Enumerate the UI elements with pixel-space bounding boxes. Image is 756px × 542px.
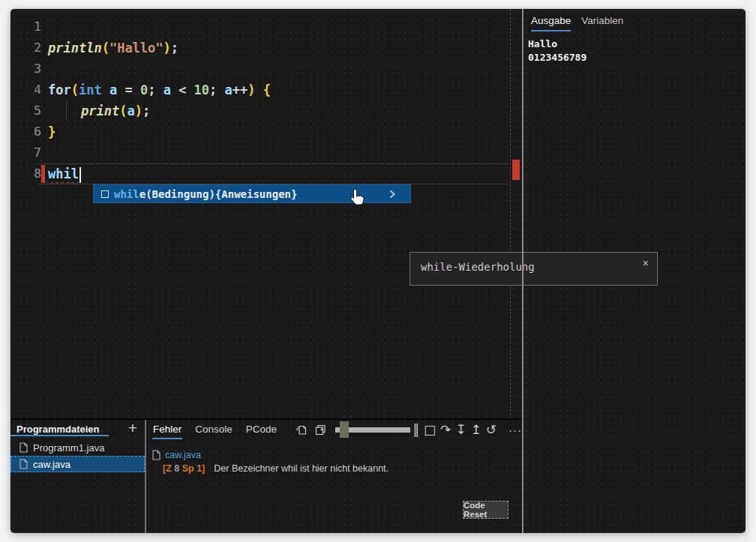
snippet-square-icon — [101, 190, 109, 198]
file-item[interactable]: caw.java — [10, 456, 145, 472]
line-number: 4 — [10, 79, 41, 100]
code-token: print — [81, 103, 119, 118]
code-token: { — [263, 82, 271, 97]
undo-page-icon[interactable] — [296, 424, 308, 436]
output-line: Hallo — [528, 37, 741, 51]
indent-guide — [48, 100, 81, 121]
code-token: ; — [209, 82, 224, 97]
code-editor[interactable]: 12println("Hallo");34for(int a = 0; a < … — [10, 9, 522, 419]
code-token: for — [48, 82, 71, 97]
code-text: whil — [48, 163, 81, 184]
stop-icon[interactable]: □ — [424, 421, 436, 438]
suggestion-label: while(Bedingung){Anweisungen} — [114, 188, 297, 200]
code-token: int — [79, 82, 102, 97]
editor-line[interactable]: 4for(int a = 0; a < 10; a++) { — [10, 79, 522, 100]
file-name: caw.java — [33, 459, 70, 470]
output-panel-tabs: AusgabeVariablen — [524, 9, 746, 31]
code-token: a — [127, 103, 134, 118]
editor-line[interactable]: 8whil — [10, 163, 522, 184]
copy-page-icon[interactable] — [314, 424, 326, 436]
tab-ausgabe[interactable]: Ausgabe — [531, 15, 571, 31]
code-token: 10 — [194, 82, 209, 97]
file-list: Programm1.javacaw.java — [10, 439, 145, 472]
editor-line[interactable]: 3 — [10, 58, 522, 79]
text-caret — [80, 167, 81, 183]
more-options-button[interactable]: ··· — [508, 424, 522, 436]
speed-slider[interactable] — [335, 421, 404, 438]
chevron-right-icon[interactable] — [389, 190, 395, 199]
files-panel: Programmdateien + Programm1.javacaw.java — [10, 420, 145, 533]
console-panel: FehlerConsolePCode ‖□↷↧↥↺ ··· — [146, 420, 522, 533]
code-token: ( — [119, 103, 127, 118]
code-text: println("Hallo"); — [48, 37, 178, 58]
error-position: [Z 8 Sp 1] — [163, 463, 205, 474]
code-token: 0 — [140, 82, 148, 97]
line-number: 5 — [10, 100, 41, 121]
file-name: Programm1.java — [33, 442, 104, 454]
line-number: 7 — [10, 142, 41, 163]
code-token: ) — [135, 103, 142, 118]
add-file-button[interactable]: + — [128, 421, 137, 436]
error-message: Der Bezeichner whil ist hier nicht bekan… — [214, 463, 388, 474]
line-number: 3 — [10, 58, 41, 79]
editor-line[interactable]: 5print(a); — [10, 100, 522, 121]
program-output: Hallo0123456789 — [524, 31, 746, 70]
tab-pcode[interactable]: PCode — [245, 421, 278, 439]
line-number: 1 — [10, 16, 41, 37]
code-token: a — [110, 82, 117, 97]
files-panel-title: Programmdateien — [16, 424, 100, 435]
line-number: 2 — [10, 37, 41, 58]
tooltip-text: while-Wiederholung — [421, 261, 535, 273]
editor-line[interactable]: 2println("Hallo"); — [10, 37, 522, 58]
editor-line[interactable]: 6} — [10, 121, 522, 142]
code-token: ++ — [232, 82, 248, 97]
step-into-icon[interactable]: ↧ — [455, 421, 466, 438]
code-token: "Hallo" — [110, 40, 164, 55]
overview-error-marker[interactable] — [512, 160, 520, 180]
editor-line[interactable]: 7 — [10, 142, 522, 163]
file-icon — [20, 459, 28, 469]
debug-controls: ‖□↷↧↥↺ — [412, 421, 496, 438]
editor-line[interactable]: 1 — [10, 16, 522, 37]
output-line: 0123456789 — [528, 51, 741, 64]
pause-icon[interactable]: ‖ — [412, 421, 419, 438]
error-block: caw.java [Z 8 Sp 1]Der Bezeichner whil i… — [152, 450, 388, 474]
code-token — [102, 82, 110, 97]
code-token: ; — [148, 82, 163, 97]
step-over-icon[interactable]: ↷ — [440, 421, 451, 438]
file-item[interactable]: Programm1.java — [10, 439, 145, 456]
error-glyph-bar — [41, 165, 45, 183]
line-number: 6 — [10, 121, 41, 142]
code-token: println — [48, 40, 102, 55]
code-token: } — [48, 124, 56, 139]
slider-thumb[interactable] — [340, 421, 349, 438]
code-token: ( — [71, 82, 79, 97]
file-icon — [152, 450, 160, 460]
code-token: ) — [164, 40, 171, 55]
files-panel-underline — [10, 435, 109, 436]
code-token: ) — [248, 82, 255, 97]
files-panel-header: Programmdateien + — [10, 420, 145, 435]
tab-fehler[interactable]: Fehler — [152, 421, 182, 439]
line-number: 8 — [10, 163, 41, 184]
code-token: a — [225, 82, 232, 97]
error-position-segment: [Z — [163, 463, 174, 474]
error-file-row[interactable]: caw.java — [152, 450, 388, 460]
file-icon — [20, 442, 28, 453]
console-toolbar: FehlerConsolePCode ‖□↷↧↥↺ ··· — [146, 420, 522, 439]
step-out-icon[interactable]: ↥ — [471, 421, 482, 438]
editor-lines[interactable]: 12println("Hallo");34for(int a = 0; a < … — [10, 16, 522, 184]
tab-variablen[interactable]: Variablen — [581, 15, 623, 31]
restart-icon[interactable]: ↺ — [486, 421, 496, 438]
error-detail-row[interactable]: [Z 8 Sp 1]Der Bezeichner whil ist hier n… — [163, 463, 388, 474]
code-text: } — [48, 121, 56, 142]
code-token: ; — [142, 103, 150, 118]
tab-console[interactable]: Console — [194, 421, 233, 439]
output-panel: AusgabeVariablen Hallo0123456789 — [522, 9, 746, 533]
code-token: < — [171, 82, 194, 97]
code-token: ; — [171, 40, 178, 55]
code-reset-button[interactable]: Code Reset — [463, 501, 508, 519]
autocomplete-suggestion[interactable]: while(Bedingung){Anweisungen} — [93, 184, 411, 203]
error-file-link: caw.java — [165, 450, 201, 460]
java-ide-window: 12println("Hallo");34for(int a = 0; a < … — [10, 9, 746, 533]
